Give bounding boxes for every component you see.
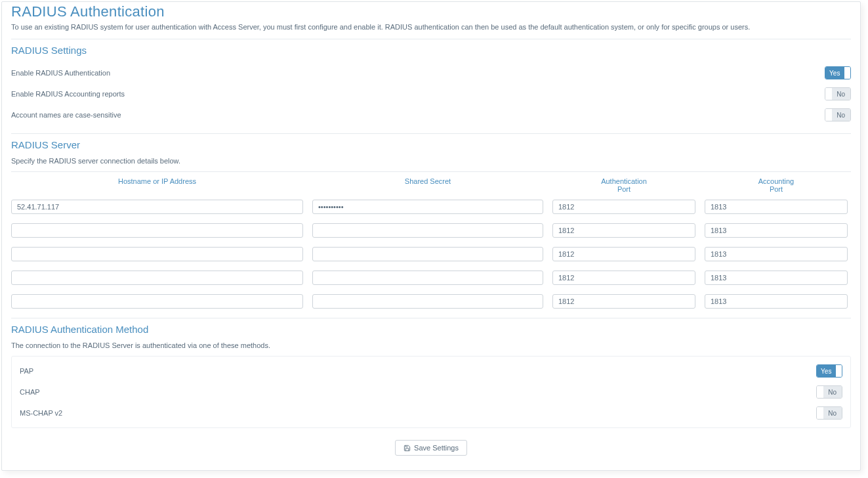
auth-port-input[interactable] <box>552 271 695 285</box>
toggle-enable-accounting[interactable]: No <box>825 87 851 100</box>
toggle-chap[interactable]: No <box>816 385 842 399</box>
toggle-value: No <box>823 386 842 398</box>
page-title: RADIUS Authentication <box>11 3 851 20</box>
header-acct-port: Accounting Port <box>705 177 848 193</box>
method-label: MS-CHAP v2 <box>20 409 62 417</box>
save-icon <box>403 445 411 452</box>
acct-port-input[interactable] <box>705 200 848 214</box>
method-chap: CHAP No <box>20 381 842 402</box>
method-card: PAP Yes CHAP No MS-CHAP v2 No <box>11 356 851 428</box>
shared-secret-input[interactable] <box>312 200 543 214</box>
method-mschap: MS-CHAP v2 No <box>20 402 842 424</box>
method-description: The connection to the RADIUS Server is a… <box>11 341 851 349</box>
hostname-input[interactable] <box>11 294 303 309</box>
hostname-input[interactable] <box>11 247 303 261</box>
footer: Save Settings <box>11 440 851 456</box>
header-hostname: Hostname or IP Address <box>11 177 303 193</box>
server-row <box>11 294 851 309</box>
toggle-value: No <box>823 407 842 419</box>
divider <box>11 318 851 318</box>
setting-label: Enable RADIUS Authentication <box>11 69 110 77</box>
shared-secret-input[interactable] <box>312 223 543 238</box>
divider <box>11 39 851 39</box>
setting-enable-accounting: Enable RADIUS Accounting reports No <box>11 83 851 104</box>
server-title: RADIUS Server <box>11 139 851 150</box>
acct-port-input[interactable] <box>705 271 848 285</box>
toggle-enable-radius[interactable]: Yes <box>825 66 851 79</box>
server-row <box>11 271 851 285</box>
toggle-value: Yes <box>817 365 836 377</box>
server-description: Specify the RADIUS server connection det… <box>11 157 851 165</box>
server-row <box>11 200 851 214</box>
shared-secret-input[interactable] <box>312 247 543 261</box>
settings-title: RADIUS Settings <box>11 45 851 56</box>
auth-port-input[interactable] <box>552 223 695 238</box>
toggle-value: No <box>832 88 851 100</box>
acct-port-input[interactable] <box>705 223 848 238</box>
hostname-input[interactable] <box>11 271 303 285</box>
shared-secret-input[interactable] <box>312 294 543 309</box>
setting-enable-radius: Enable RADIUS Authentication Yes <box>11 62 851 83</box>
shared-secret-input[interactable] <box>312 271 543 285</box>
hostname-input[interactable] <box>11 223 303 238</box>
server-rows <box>11 200 851 309</box>
page-description: To use an existing RADIUS system for use… <box>11 23 851 31</box>
header-secret: Shared Secret <box>312 177 543 193</box>
toggle-value: Yes <box>825 67 844 79</box>
acct-port-input[interactable] <box>705 294 848 309</box>
main-panel: RADIUS Authentication To use an existing… <box>1 1 861 471</box>
toggle-value: No <box>832 109 851 121</box>
divider <box>11 133 851 134</box>
method-pap: PAP Yes <box>20 360 842 381</box>
hostname-input[interactable] <box>11 200 303 214</box>
header-auth-port: Authentication Port <box>552 177 695 193</box>
server-row <box>11 223 851 238</box>
toggle-pap[interactable]: Yes <box>816 364 842 378</box>
save-button[interactable]: Save Settings <box>395 440 467 456</box>
divider <box>11 171 851 172</box>
auth-port-input[interactable] <box>552 294 695 309</box>
acct-port-input[interactable] <box>705 247 848 261</box>
toggle-case-sensitive[interactable]: No <box>825 108 851 121</box>
method-label: CHAP <box>20 388 40 396</box>
setting-case-sensitive: Account names are case-sensitive No <box>11 104 851 125</box>
method-label: PAP <box>20 367 33 375</box>
save-button-label: Save Settings <box>414 444 459 452</box>
setting-label: Account names are case-sensitive <box>11 111 121 119</box>
auth-port-input[interactable] <box>552 247 695 261</box>
server-row <box>11 247 851 261</box>
toggle-mschap[interactable]: No <box>816 406 842 420</box>
server-table-headers: Hostname or IP Address Shared Secret Aut… <box>11 177 851 193</box>
method-title: RADIUS Authentication Method <box>11 324 851 335</box>
auth-port-input[interactable] <box>552 200 695 214</box>
setting-label: Enable RADIUS Accounting reports <box>11 90 125 98</box>
